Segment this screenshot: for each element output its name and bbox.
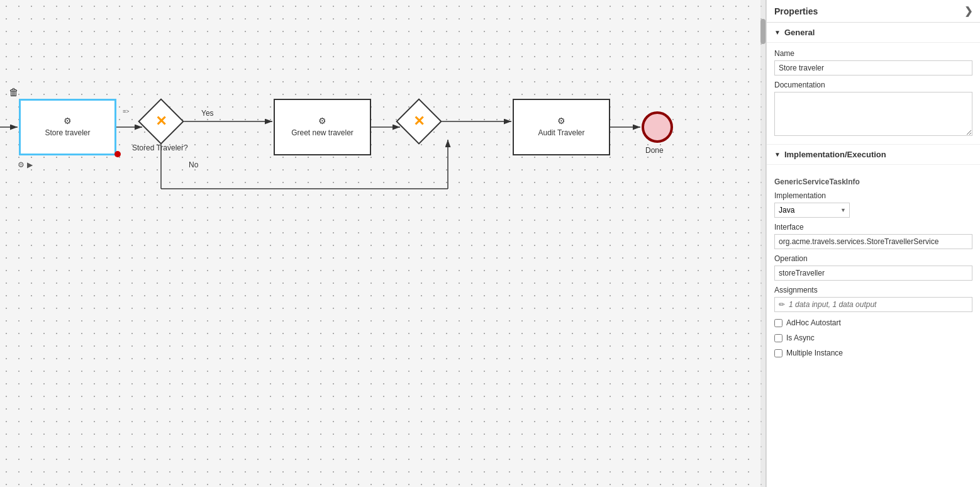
svg-text:≡>: ≡>	[123, 108, 130, 115]
implementation-field-label: Implementation	[774, 191, 972, 200]
scrollbar[interactable]	[760, 0, 766, 487]
implementation-select-wrap[interactable]: Java Expression Delegate Expression	[774, 203, 850, 218]
implementation-section-header[interactable]: ▼ Implementation/Execution	[767, 145, 980, 165]
generic-service-label: GenericServiceTaskInfo	[774, 177, 972, 186]
greet-traveler-node[interactable]: ⚙ Greet new traveler	[274, 99, 371, 155]
greet-traveler-gear-icon: ⚙	[318, 116, 326, 126]
connections-svg: ≡>	[0, 0, 766, 487]
properties-title: Properties	[774, 6, 818, 16]
properties-header: Properties ❯	[767, 0, 980, 23]
no-label: No	[189, 160, 198, 169]
properties-panel: Properties ❯ ▼ General Name Documentatio…	[766, 0, 980, 487]
documentation-field[interactable]	[774, 92, 972, 136]
multiple-instance-label: Multiple Instance	[786, 349, 843, 357]
gateway2-x-icon: ✕	[413, 113, 425, 130]
implementation-section-label: Implementation/Execution	[784, 150, 886, 159]
bpmn-canvas[interactable]: 🗑 ≡> Yes No Stored Tr	[0, 0, 766, 487]
greet-traveler-label: Greet new traveler	[291, 128, 354, 138]
general-chevron-icon: ▼	[774, 29, 781, 36]
store-traveler-toolbar: ⚙ ▶	[18, 160, 33, 169]
gateway1-node[interactable]: ✕	[145, 105, 177, 138]
general-section-content: Name Documentation	[767, 43, 980, 144]
audit-traveler-node[interactable]: ⚙ Audit Traveler	[513, 99, 610, 155]
assignments-row[interactable]: ✏ 1 data input, 1 data output	[774, 297, 972, 312]
done-end-event[interactable]	[642, 111, 673, 143]
store-traveler-connector-dot	[114, 151, 121, 157]
is-async-row[interactable]: Is Async	[774, 333, 972, 342]
store-traveler-node[interactable]: ⚙ Store traveler	[19, 99, 116, 155]
done-label: Done	[645, 146, 664, 155]
interface-field-label: Interface	[774, 223, 972, 232]
gateway1-x-icon: ✕	[155, 113, 167, 130]
name-field[interactable]	[774, 60, 972, 76]
audit-traveler-gear-icon: ⚙	[557, 116, 565, 126]
store-traveler-gear-icon: ⚙	[64, 116, 72, 126]
expand-icon[interactable]: ▶	[27, 160, 33, 169]
interface-field[interactable]	[774, 234, 972, 249]
assignments-text: 1 data input, 1 data output	[789, 300, 876, 309]
assignments-field-label: Assignments	[774, 286, 972, 294]
general-section-header[interactable]: ▼ General	[767, 23, 980, 43]
implementation-chevron-icon: ▼	[774, 151, 781, 158]
audit-traveler-label: Audit Traveler	[538, 128, 584, 138]
assignments-edit-icon: ✏	[779, 300, 785, 309]
collapse-button[interactable]: ❯	[964, 5, 972, 17]
operation-field[interactable]	[774, 266, 972, 281]
is-async-checkbox[interactable]	[774, 334, 782, 342]
documentation-field-label: Documentation	[774, 81, 972, 89]
adhoc-autostart-label: AdHoc Autostart	[786, 318, 841, 327]
adhoc-autostart-row[interactable]: AdHoc Autostart	[774, 318, 972, 327]
store-traveler-label: Store traveler	[45, 128, 90, 138]
operation-field-label: Operation	[774, 254, 972, 263]
implementation-section-content: GenericServiceTaskInfo Implementation Ja…	[767, 165, 980, 364]
gateway2-node[interactable]: ✕	[403, 105, 435, 138]
general-section-label: General	[784, 28, 815, 37]
implementation-select[interactable]: Java Expression Delegate Expression	[774, 203, 850, 218]
adhoc-autostart-checkbox[interactable]	[774, 319, 782, 327]
scrollbar-thumb[interactable]	[760, 19, 766, 44]
gear-small-icon[interactable]: ⚙	[18, 160, 25, 169]
multiple-instance-checkbox[interactable]	[774, 349, 782, 357]
yes-label: Yes	[201, 109, 214, 118]
trash-icon[interactable]: 🗑	[9, 87, 19, 98]
gateway1-label: Stored Traveler?	[132, 143, 188, 152]
name-field-label: Name	[774, 49, 972, 58]
is-async-label: Is Async	[786, 333, 815, 342]
multiple-instance-row[interactable]: Multiple Instance	[774, 349, 972, 357]
